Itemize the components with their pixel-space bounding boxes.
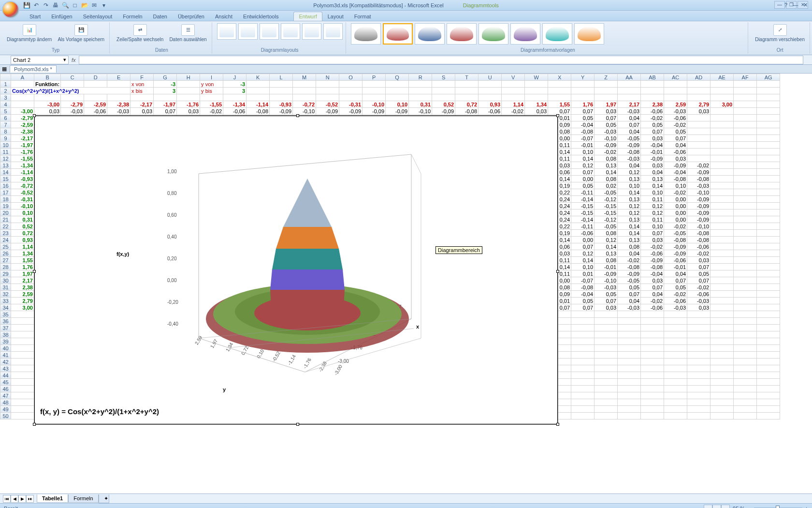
col-header[interactable]: L bbox=[270, 74, 293, 81]
col-header[interactable]: V bbox=[502, 74, 525, 81]
col-header[interactable]: X bbox=[548, 74, 571, 81]
row-header[interactable]: 20 bbox=[0, 209, 11, 216]
view-pagebreak-icon[interactable] bbox=[721, 505, 730, 508]
qat-preview-icon[interactable]: 🔍 bbox=[62, 2, 69, 9]
col-header[interactable]: J bbox=[223, 74, 246, 81]
col-header[interactable]: C bbox=[61, 74, 84, 81]
qat-mail-icon[interactable]: ✉ bbox=[91, 2, 98, 9]
view-pagelayout-icon[interactable] bbox=[712, 505, 721, 508]
row-header[interactable]: 13 bbox=[0, 162, 11, 169]
col-header[interactable]: T bbox=[455, 74, 478, 81]
tab-entwickler[interactable]: Entwicklertools bbox=[238, 12, 284, 21]
chart-style-4[interactable] bbox=[447, 23, 477, 45]
zoom-out-button[interactable]: − bbox=[748, 506, 751, 508]
col-header[interactable]: AB bbox=[641, 74, 664, 81]
col-header[interactable]: W bbox=[525, 74, 548, 81]
row-header[interactable]: 15 bbox=[0, 176, 11, 182]
row-header[interactable]: 18 bbox=[0, 196, 11, 203]
row-header[interactable]: 4 bbox=[0, 101, 11, 108]
row-header[interactable]: 34 bbox=[0, 304, 11, 311]
row-header[interactable]: 30 bbox=[0, 277, 11, 284]
save-template-button[interactable]: 💾Als Vorlage speichern bbox=[56, 23, 106, 44]
select-data-button[interactable]: ☰Daten auswählen bbox=[167, 23, 208, 44]
chart-style-2[interactable] bbox=[383, 23, 413, 45]
row-header[interactable]: 16 bbox=[0, 182, 11, 189]
col-header[interactable]: U bbox=[478, 74, 502, 81]
sheet-tab-tabelle1[interactable]: Tabelle1 bbox=[37, 494, 68, 503]
row-header[interactable]: 49 bbox=[0, 406, 11, 413]
resize-handle-nw[interactable] bbox=[33, 114, 36, 117]
col-header[interactable]: AC bbox=[664, 74, 687, 81]
chart-layout-4[interactable] bbox=[281, 23, 300, 40]
zoom-in-button[interactable]: + bbox=[805, 506, 808, 508]
col-header[interactable]: O bbox=[339, 74, 362, 81]
col-header[interactable]: H bbox=[177, 74, 200, 81]
sheet-tab-new[interactable]: ✦ bbox=[99, 494, 109, 503]
view-normal-icon[interactable] bbox=[704, 505, 712, 508]
help-icon[interactable]: ? bbox=[782, 1, 790, 9]
row-header[interactable]: 37 bbox=[0, 325, 11, 331]
chart-style-6[interactable] bbox=[510, 23, 540, 45]
chart-style-3[interactable] bbox=[415, 23, 445, 45]
tab-formeln[interactable]: Formeln bbox=[117, 12, 147, 21]
col-header[interactable]: F bbox=[130, 74, 154, 81]
col-header[interactable]: P bbox=[362, 74, 386, 81]
fx-icon[interactable]: fx bbox=[72, 57, 76, 63]
row-header[interactable]: 45 bbox=[0, 379, 11, 386]
col-header[interactable]: AG bbox=[757, 74, 780, 81]
resize-handle-ne[interactable] bbox=[556, 114, 559, 117]
col-header[interactable]: G bbox=[154, 74, 177, 81]
row-header[interactable]: 39 bbox=[0, 338, 11, 345]
chart-style-7[interactable] bbox=[542, 23, 572, 45]
row-header[interactable]: 9 bbox=[0, 135, 11, 142]
tab-ansicht[interactable]: Ansicht bbox=[210, 12, 238, 21]
embedded-chart[interactable]: f(x,y) x y f(x, y) = Cos(x^2+y^2)/(1+x^2… bbox=[34, 115, 558, 425]
chart-style-5[interactable] bbox=[478, 23, 508, 45]
row-header[interactable]: 19 bbox=[0, 203, 11, 209]
tab-format[interactable]: Format bbox=[349, 12, 377, 21]
row-header[interactable]: 7 bbox=[0, 121, 11, 128]
col-header[interactable]: M bbox=[293, 74, 316, 81]
row-header[interactable]: 14 bbox=[0, 169, 11, 176]
close-workbook-icon[interactable]: ✕ bbox=[801, 1, 809, 9]
sheet-nav-next[interactable]: ▶ bbox=[18, 495, 26, 503]
row-header[interactable]: 29 bbox=[0, 270, 11, 277]
qat-new-icon[interactable]: □ bbox=[72, 2, 78, 9]
resize-handle-n[interactable] bbox=[296, 114, 299, 117]
row-header[interactable]: 21 bbox=[0, 216, 11, 223]
sheet-tab-formeln[interactable]: Formeln bbox=[68, 494, 98, 503]
chart-layout-3[interactable] bbox=[260, 23, 279, 40]
col-header[interactable]: B bbox=[34, 74, 61, 81]
row-header[interactable]: 5 bbox=[0, 108, 11, 115]
row-header[interactable]: 32 bbox=[0, 291, 11, 298]
sheet-nav-prev[interactable]: ◀ bbox=[11, 495, 18, 503]
row-header[interactable]: 6 bbox=[0, 115, 11, 121]
row-header[interactable]: 48 bbox=[0, 399, 11, 406]
name-box[interactable]: Chart 2▾ bbox=[11, 56, 69, 64]
tab-layout[interactable]: Layout bbox=[322, 12, 349, 21]
formula-bar[interactable] bbox=[79, 56, 803, 64]
row-header[interactable]: 44 bbox=[0, 372, 11, 379]
sheet-nav-first[interactable]: ⏮ bbox=[3, 495, 11, 503]
qat-redo-icon[interactable]: ↷ bbox=[43, 2, 49, 9]
tab-einfuegen[interactable]: Einfügen bbox=[46, 12, 77, 21]
row-header[interactable]: 8 bbox=[0, 128, 11, 135]
row-header[interactable]: 24 bbox=[0, 237, 11, 243]
row-header[interactable]: 3 bbox=[0, 94, 11, 101]
qat-save-icon[interactable]: 💾 bbox=[23, 2, 30, 9]
row-header[interactable]: 17 bbox=[0, 189, 11, 196]
col-header[interactable]: AA bbox=[618, 74, 641, 81]
sheet-nav-last[interactable]: ⏭ bbox=[26, 495, 34, 503]
row-header[interactable]: 27 bbox=[0, 257, 11, 264]
row-header[interactable]: 42 bbox=[0, 359, 11, 365]
row-header[interactable]: 25 bbox=[0, 243, 11, 250]
row-header[interactable]: 10 bbox=[0, 142, 11, 149]
change-chart-type-button[interactable]: 📊Diagrammtyp ändern bbox=[5, 23, 54, 44]
col-header[interactable]: K bbox=[246, 74, 270, 81]
col-header[interactable]: AF bbox=[734, 74, 757, 81]
namebox-dropdown-icon[interactable]: ▾ bbox=[63, 57, 66, 63]
col-header[interactable]: S bbox=[432, 74, 455, 81]
resize-handle-sw[interactable] bbox=[33, 423, 36, 426]
row-header[interactable]: 46 bbox=[0, 386, 11, 392]
row-header[interactable]: 11 bbox=[0, 149, 11, 155]
